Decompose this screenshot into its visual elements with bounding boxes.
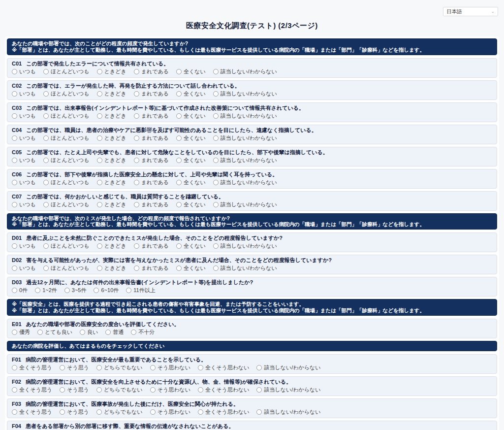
radio-option[interactable]: 全くそう思う [12, 387, 52, 393]
radio-button[interactable] [12, 243, 17, 249]
radio-option[interactable]: 6~10件 [94, 287, 119, 294]
radio-button[interactable] [150, 365, 156, 370]
radio-option[interactable]: そう思う [60, 387, 89, 393]
radio-option[interactable]: 3~5件 [64, 287, 87, 294]
radio-button[interactable] [43, 69, 49, 74]
radio-option[interactable]: 全くそう思う [12, 364, 52, 371]
radio-option[interactable]: 不十分 [131, 329, 155, 335]
radio-button[interactable] [134, 158, 139, 163]
radio-option[interactable]: いつも [12, 265, 36, 271]
radio-option[interactable]: とても良い [37, 329, 72, 335]
radio-button[interactable] [43, 113, 49, 119]
radio-option[interactable]: ときどき [97, 243, 126, 249]
radio-button[interactable] [213, 69, 219, 74]
radio-button[interactable] [60, 365, 65, 370]
radio-option[interactable]: 該当しない/わからない [213, 113, 277, 119]
radio-button[interactable] [97, 113, 102, 119]
radio-option[interactable]: 該当しない/わからない [213, 135, 277, 141]
radio-option[interactable]: ときどき [97, 201, 126, 208]
radio-button[interactable] [80, 330, 85, 335]
radio-option[interactable]: 全くない [176, 265, 206, 271]
radio-button[interactable] [213, 243, 219, 249]
radio-option[interactable]: ほとんどいつも [43, 157, 90, 164]
radio-option[interactable]: いつも [12, 201, 36, 208]
radio-button[interactable] [12, 387, 17, 393]
radio-option[interactable]: 該当しない/わからない [256, 409, 320, 415]
radio-option[interactable]: 該当しない/わからない [213, 265, 277, 271]
radio-option[interactable]: いつも [12, 179, 36, 186]
radio-option[interactable]: 1~2件 [35, 287, 57, 294]
radio-button[interactable] [176, 202, 182, 207]
radio-button[interactable] [134, 180, 139, 185]
radio-button[interactable] [213, 202, 219, 207]
radio-button[interactable] [43, 202, 49, 207]
radio-option[interactable]: ときどき [97, 179, 126, 186]
radio-option[interactable]: ときどき [97, 265, 126, 271]
radio-button[interactable] [12, 265, 17, 271]
radio-button[interactable] [97, 91, 102, 97]
radio-option[interactable]: まれである [134, 265, 169, 271]
radio-button[interactable] [37, 330, 43, 335]
radio-option[interactable]: どちらでもない [96, 387, 143, 393]
radio-button[interactable] [213, 113, 219, 119]
radio-option[interactable]: いつも [12, 157, 36, 164]
radio-button[interactable] [176, 69, 182, 74]
radio-button[interactable] [134, 91, 139, 97]
radio-button[interactable] [176, 91, 182, 97]
radio-button[interactable] [198, 409, 203, 415]
radio-option[interactable]: ときどき [97, 68, 126, 75]
radio-option[interactable]: ほとんどいつも [43, 135, 90, 141]
radio-option[interactable]: 該当しない/わからない [213, 179, 277, 186]
radio-option[interactable]: ときどき [97, 157, 126, 164]
radio-button[interactable] [97, 243, 102, 249]
radio-button[interactable] [12, 113, 17, 119]
radio-option[interactable]: 該当しない/わからない [213, 157, 277, 164]
radio-option[interactable]: いつも [12, 68, 36, 75]
language-select[interactable]: 日本語 ⌄ [443, 7, 498, 16]
radio-option[interactable]: 全くない [176, 113, 206, 119]
radio-button[interactable] [64, 288, 70, 293]
radio-button[interactable] [12, 91, 17, 97]
radio-option[interactable]: 全くそう思わない [198, 409, 250, 415]
radio-option[interactable]: ほとんどいつも [43, 113, 90, 119]
radio-button[interactable] [12, 202, 17, 207]
radio-option[interactable]: ときどき [97, 135, 126, 141]
radio-button[interactable] [97, 69, 102, 74]
radio-option[interactable]: いつも [12, 113, 36, 119]
radio-button[interactable] [198, 365, 203, 370]
radio-button[interactable] [12, 330, 17, 335]
radio-button[interactable] [97, 202, 102, 207]
radio-option[interactable]: まれである [134, 201, 169, 208]
radio-button[interactable] [60, 409, 65, 415]
radio-button[interactable] [97, 180, 102, 185]
radio-button[interactable] [134, 135, 139, 141]
radio-button[interactable] [97, 135, 102, 141]
radio-option[interactable]: そう思う [60, 409, 89, 415]
radio-option[interactable]: 該当しない/わからない [213, 243, 277, 249]
radio-option[interactable]: 全くない [176, 157, 206, 164]
radio-option[interactable]: そう思わない [150, 387, 190, 393]
radio-button[interactable] [134, 69, 139, 74]
radio-option[interactable]: 全くそう思わない [198, 387, 250, 393]
radio-option[interactable]: 該当しない/わからない [213, 91, 277, 97]
radio-option[interactable]: 該当しない/わからない [256, 364, 320, 371]
radio-option[interactable]: まれである [134, 113, 169, 119]
radio-option[interactable]: 全くそう思わない [198, 364, 250, 371]
radio-option[interactable]: どちらでもない [96, 364, 143, 371]
radio-button[interactable] [105, 330, 111, 335]
radio-button[interactable] [134, 265, 139, 271]
radio-button[interactable] [43, 135, 49, 141]
radio-option[interactable]: 良い [80, 329, 98, 335]
radio-button[interactable] [256, 409, 262, 415]
radio-option[interactable]: ほとんどいつも [43, 179, 90, 186]
radio-button[interactable] [43, 180, 49, 185]
radio-option[interactable]: 全くない [176, 68, 206, 75]
radio-button[interactable] [134, 202, 139, 207]
radio-button[interactable] [12, 180, 17, 185]
radio-button[interactable] [12, 135, 17, 141]
radio-button[interactable] [213, 158, 219, 163]
radio-option[interactable]: 該当しない/わからない [256, 387, 320, 393]
radio-button[interactable] [150, 409, 156, 415]
radio-button[interactable] [12, 69, 17, 74]
radio-option[interactable]: 優秀 [12, 329, 30, 335]
